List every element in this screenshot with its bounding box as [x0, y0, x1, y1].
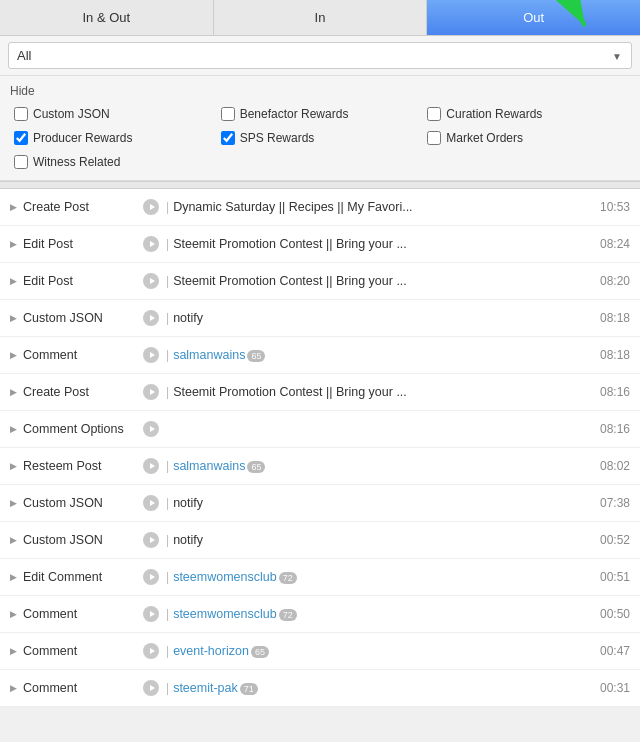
table-row: ▶Edit Comment|steemwomensclub7200:51 — [0, 559, 640, 596]
checkbox-market-orders-input[interactable] — [427, 131, 441, 145]
tx-play-button[interactable] — [140, 233, 162, 255]
table-row: ▶Comment Options08:16 — [0, 411, 640, 448]
tx-badge: 72 — [279, 572, 297, 584]
checkbox-witness-related-input[interactable] — [14, 155, 28, 169]
chevron-right-icon[interactable]: ▶ — [10, 535, 17, 545]
tx-time: 08:02 — [595, 459, 630, 473]
tx-link[interactable]: event-horizon — [173, 644, 249, 658]
tx-text: Steemit Promotion Contest || Bring your … — [173, 385, 407, 399]
play-icon[interactable] — [143, 199, 159, 215]
checkbox-custom-json[interactable]: Custom JSON — [10, 104, 217, 124]
tx-play-button[interactable] — [140, 492, 162, 514]
chevron-right-icon[interactable]: ▶ — [10, 202, 17, 212]
tab-bar: In & Out In Out — [0, 0, 640, 36]
chevron-right-icon[interactable]: ▶ — [10, 239, 17, 249]
chevron-right-icon[interactable]: ▶ — [10, 276, 17, 286]
chevron-right-icon[interactable]: ▶ — [10, 609, 17, 619]
filter-select[interactable]: All — [8, 42, 632, 69]
tx-time: 00:47 — [595, 644, 630, 658]
tx-link[interactable]: steemwomensclub — [173, 607, 277, 621]
tx-play-button[interactable] — [140, 307, 162, 329]
checkbox-producer-rewards-input[interactable] — [14, 131, 28, 145]
tx-content: |salmanwains65 — [162, 348, 595, 362]
play-icon[interactable] — [143, 273, 159, 289]
tx-separator: | — [166, 385, 169, 399]
play-icon[interactable] — [143, 495, 159, 511]
tx-play-button[interactable] — [140, 418, 162, 440]
play-icon[interactable] — [143, 421, 159, 437]
checkbox-market-orders[interactable]: Market Orders — [423, 128, 630, 148]
tx-play-button[interactable] — [140, 677, 162, 699]
tab-out[interactable]: Out — [427, 0, 640, 35]
chevron-right-icon[interactable]: ▶ — [10, 498, 17, 508]
chevron-right-icon[interactable]: ▶ — [10, 572, 17, 582]
play-icon[interactable] — [143, 680, 159, 696]
tx-content: |salmanwains65 — [162, 459, 595, 473]
tx-time: 00:51 — [595, 570, 630, 584]
chevron-right-icon[interactable]: ▶ — [10, 387, 17, 397]
tab-in-and-out[interactable]: In & Out — [0, 0, 214, 35]
play-icon[interactable] — [143, 458, 159, 474]
filter-row: All ▼ — [0, 36, 640, 76]
tx-type: ▶Comment Options — [10, 422, 140, 436]
hide-label: Hide — [10, 84, 630, 98]
table-row: ▶Resteem Post|salmanwains6508:02 — [0, 448, 640, 485]
tab-in[interactable]: In — [214, 0, 428, 35]
tx-type: ▶Edit Comment — [10, 570, 140, 584]
checkbox-curation-rewards[interactable]: Curation Rewards — [423, 104, 630, 124]
tx-type-label: Custom JSON — [23, 311, 103, 325]
play-icon[interactable] — [143, 643, 159, 659]
checkbox-custom-json-input[interactable] — [14, 107, 28, 121]
play-icon[interactable] — [143, 569, 159, 585]
play-icon[interactable] — [143, 532, 159, 548]
play-icon[interactable] — [143, 310, 159, 326]
tx-link[interactable]: salmanwains — [173, 348, 245, 362]
tx-link[interactable]: steemit-pak — [173, 681, 238, 695]
chevron-right-icon[interactable]: ▶ — [10, 461, 17, 471]
checkbox-sps-rewards-input[interactable] — [221, 131, 235, 145]
chevron-right-icon[interactable]: ▶ — [10, 350, 17, 360]
play-icon[interactable] — [143, 347, 159, 363]
tx-type: ▶Custom JSON — [10, 496, 140, 510]
chevron-right-icon[interactable]: ▶ — [10, 424, 17, 434]
tx-link[interactable]: salmanwains — [173, 459, 245, 473]
tx-play-button[interactable] — [140, 270, 162, 292]
play-icon[interactable] — [143, 384, 159, 400]
tx-link[interactable]: steemwomensclub — [173, 570, 277, 584]
tx-content: |steemit-pak71 — [162, 681, 595, 695]
tx-text: notify — [173, 533, 203, 547]
tx-content: |event-horizon65 — [162, 644, 595, 658]
tx-play-button[interactable] — [140, 455, 162, 477]
divider — [0, 181, 640, 189]
table-row: ▶Comment|salmanwains6508:18 — [0, 337, 640, 374]
tx-play-button[interactable] — [140, 640, 162, 662]
table-row: ▶Create Post|Dynamic Saturday || Recipes… — [0, 189, 640, 226]
chevron-right-icon[interactable]: ▶ — [10, 313, 17, 323]
checkbox-producer-rewards[interactable]: Producer Rewards — [10, 128, 217, 148]
checkbox-benefactor-rewards-input[interactable] — [221, 107, 235, 121]
chevron-right-icon[interactable]: ▶ — [10, 646, 17, 656]
tx-separator: | — [166, 681, 169, 695]
play-icon[interactable] — [143, 236, 159, 252]
chevron-right-icon[interactable]: ▶ — [10, 683, 17, 693]
tx-play-button[interactable] — [140, 196, 162, 218]
transaction-list: ▶Create Post|Dynamic Saturday || Recipes… — [0, 189, 640, 707]
tx-play-button[interactable] — [140, 566, 162, 588]
hide-section: Hide Custom JSON Benefactor Rewards Cura… — [0, 76, 640, 181]
tx-content: |steemwomensclub72 — [162, 570, 595, 584]
checkbox-sps-rewards[interactable]: SPS Rewards — [217, 128, 424, 148]
checkbox-benefactor-rewards[interactable]: Benefactor Rewards — [217, 104, 424, 124]
tx-play-button[interactable] — [140, 381, 162, 403]
checkbox-curation-rewards-input[interactable] — [427, 107, 441, 121]
checkbox-market-orders-label: Market Orders — [446, 131, 523, 145]
tx-separator: | — [166, 459, 169, 473]
tx-time: 08:16 — [595, 422, 630, 436]
checkbox-witness-related[interactable]: Witness Related — [10, 152, 217, 172]
tx-separator: | — [166, 644, 169, 658]
play-icon[interactable] — [143, 606, 159, 622]
tx-content: |notify — [162, 311, 595, 325]
tx-play-button[interactable] — [140, 529, 162, 551]
tx-play-button[interactable] — [140, 344, 162, 366]
tx-play-button[interactable] — [140, 603, 162, 625]
tx-type-label: Custom JSON — [23, 496, 103, 510]
